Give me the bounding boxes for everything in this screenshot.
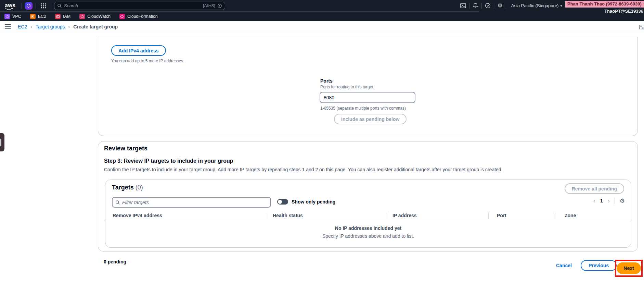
filter-targets-input[interactable] <box>122 200 268 205</box>
add-ip-hint-text: You can add up to 5 more IP addresses. <box>111 59 184 63</box>
column-divider <box>555 212 555 219</box>
show-only-pending-control: Show only pending <box>277 199 335 205</box>
pending-count-label: 0 pending <box>104 259 126 264</box>
specify-ips-ports-section: Add IPv4 address You can add up to 5 mor… <box>98 37 638 136</box>
ec2-service-icon <box>30 14 36 19</box>
breadcrumb: EC2 › Target groups › Create target grou… <box>18 24 118 29</box>
ports-label: Ports <box>320 78 333 84</box>
favorites-bar: VPC EC2 IAM CloudWatch CloudFormation <box>0 11 479 21</box>
aws-logo[interactable]: aws <box>3 2 18 9</box>
filter-targets-field[interactable] <box>112 197 271 208</box>
side-panel-toggle-icon[interactable] <box>638 24 644 30</box>
aws-console-create-target-group: aws [Alt+S] ? ⚙ <box>0 0 644 284</box>
include-as-pending-button[interactable]: Include as pending below <box>334 114 407 124</box>
favorite-label: CloudWatch <box>87 14 111 19</box>
search-icon <box>115 200 120 205</box>
account-alias-label: ThaoPT@SE19336 <box>565 8 644 14</box>
favorite-label: EC2 <box>38 14 46 19</box>
cancel-button[interactable]: Cancel <box>556 263 572 268</box>
top-navigation-bar: aws [Alt+S] ? ⚙ <box>0 0 644 21</box>
account-name-label: Phan Thanh Thao (9972-8639-6939) <box>567 1 642 7</box>
topbar-divider <box>494 3 494 9</box>
review-targets-title: Review targets <box>104 145 147 152</box>
column-divider <box>488 212 489 219</box>
next-button[interactable]: Next <box>617 262 641 274</box>
breadcrumb-target-groups-link[interactable]: Target groups <box>36 24 65 29</box>
targets-title-text: Targets <box>112 184 134 191</box>
column-divider <box>266 212 266 219</box>
step3-title: Step 3: Review IP targets to include in … <box>104 158 233 164</box>
favorite-ec2[interactable]: EC2 <box>30 14 46 19</box>
global-search[interactable]: [Alt+S] <box>54 2 225 10</box>
page-number[interactable]: 1 <box>600 198 603 203</box>
pagination: ‹ 1 › ⚙ <box>593 198 625 204</box>
cloudformation-service-icon <box>119 14 125 19</box>
chevron-down-icon: ▼ <box>560 4 563 8</box>
topbar-divider <box>36 3 36 9</box>
services-grid-icon[interactable] <box>40 3 47 9</box>
cloudshell-icon[interactable] <box>460 3 466 9</box>
breadcrumb-ec2-link[interactable]: EC2 <box>18 24 27 29</box>
account-menu[interactable]: Phan Thanh Thao (9972-8639-6939) ▼ ThaoP… <box>565 0 644 14</box>
breadcrumb-current-page: Create target group <box>73 24 118 29</box>
empty-state-description: Specify IP addresses above and add to li… <box>105 233 631 239</box>
left-edge-drag-handle[interactable] <box>0 133 4 151</box>
svg-text:?: ? <box>487 4 489 8</box>
favorite-iam[interactable]: IAM <box>55 14 70 19</box>
breadcrumb-separator: › <box>30 24 32 29</box>
remove-all-pending-button[interactable]: Remove all pending <box>565 183 624 194</box>
topbar-utilities: ? ⚙ Asia Pacific (Singapore) ▼ <box>460 3 565 9</box>
favorite-label: VPC <box>12 14 21 19</box>
help-icon[interactable]: ? <box>485 3 491 9</box>
breadcrumb-separator: › <box>68 24 70 29</box>
column-header-health-status: Health status <box>273 213 303 218</box>
notifications-bell-icon[interactable] <box>473 3 478 9</box>
previous-page-icon[interactable]: ‹ <box>593 198 595 204</box>
page-content: Add IPv4 address You can add up to 5 mor… <box>0 32 644 284</box>
show-only-pending-label: Show only pending <box>292 199 335 205</box>
iam-service-icon <box>55 14 61 19</box>
settings-gear-icon[interactable]: ⚙ <box>497 3 502 9</box>
search-input[interactable] <box>64 3 203 8</box>
breadcrumb-bar: EC2 › Target groups › Create target grou… <box>0 21 644 32</box>
vpc-service-icon <box>4 14 10 19</box>
annotation-highlight-box: Next <box>615 260 643 277</box>
targets-panel-title: Targets (0) <box>112 184 143 191</box>
favorite-label: IAM <box>63 14 70 19</box>
targets-table-panel: Targets (0) Remove all pending Show only… <box>105 180 631 248</box>
review-targets-section: Review targets Step 3: Review IP targets… <box>98 141 638 251</box>
step3-description: Confirm the IP targets to include in you… <box>104 167 503 172</box>
topbar-divider <box>506 3 506 9</box>
column-header-zone: Zone <box>565 213 576 218</box>
topbar-row: aws [Alt+S] ? ⚙ <box>0 0 644 11</box>
topbar-divider <box>22 3 22 9</box>
favorite-cloudwatch[interactable]: CloudWatch <box>79 14 111 19</box>
chevron-down-icon: ▼ <box>643 3 644 6</box>
column-header-port: Port <box>497 213 506 218</box>
column-divider <box>387 212 387 219</box>
topbar-divider <box>469 3 469 9</box>
ports-description: Ports for routing to this target. <box>320 85 374 89</box>
aws-smile-icon <box>5 8 13 10</box>
targets-count-badge: (0) <box>136 184 143 191</box>
show-only-pending-toggle[interactable] <box>277 199 288 205</box>
previous-button[interactable]: Previous <box>581 260 617 271</box>
region-selector[interactable]: Asia Pacific (Singapore) ▼ <box>511 3 563 8</box>
favorite-vpc[interactable]: VPC <box>4 14 21 19</box>
column-header-remove-ipv4: Remove IPv4 address <box>113 213 162 218</box>
favorite-label: CloudFormation <box>127 14 158 19</box>
search-icon <box>57 3 62 8</box>
column-header-ip-address: IP address <box>392 213 417 218</box>
empty-state-title: No IP addresses included yet <box>105 225 631 231</box>
menu-hamburger-icon[interactable] <box>5 24 11 29</box>
ports-constraint-text: 1-65535 (separate multiple ports with co… <box>320 106 406 111</box>
amazon-q-icon[interactable] <box>25 2 33 10</box>
table-preferences-gear-icon[interactable]: ⚙ <box>620 198 625 204</box>
search-shortcut-hint: [Alt+S] <box>203 3 215 8</box>
account-name-highlighted[interactable]: Phan Thanh Thao (9972-8639-6939) ▼ <box>565 1 644 8</box>
ports-input[interactable] <box>320 92 415 103</box>
favorite-cloudformation[interactable]: CloudFormation <box>119 14 158 19</box>
next-page-icon[interactable]: › <box>608 198 610 204</box>
table-header-row: Remove IPv4 address Health status IP add… <box>105 210 632 221</box>
add-ipv4-address-button[interactable]: Add IPv4 address <box>111 45 166 56</box>
